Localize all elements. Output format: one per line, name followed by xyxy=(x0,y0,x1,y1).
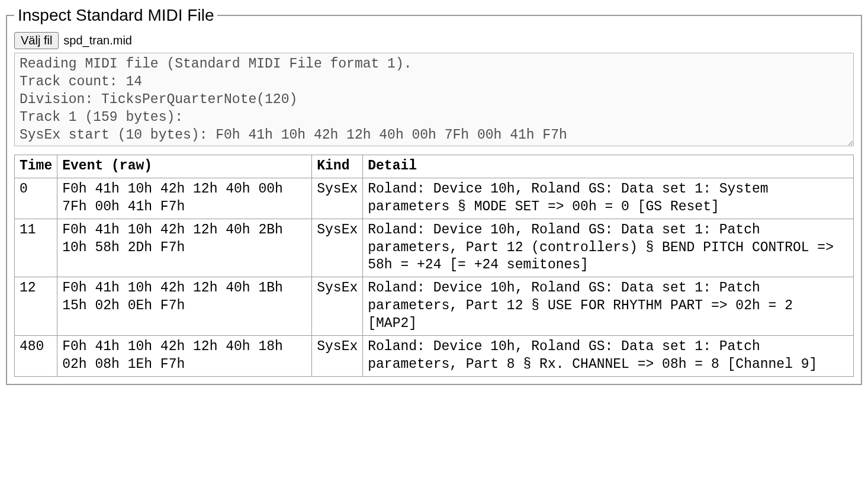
cell-kind: SysEx xyxy=(312,336,363,377)
table-row: 480F0h 41h 10h 42h 12h 40h 18h 02h 08h 1… xyxy=(15,336,854,377)
selected-file-name: spd_tran.mid xyxy=(63,34,132,47)
cell-event: F0h 41h 10h 42h 12h 40h 2Bh 10h 58h 2Dh … xyxy=(57,219,312,277)
cell-kind: SysEx xyxy=(312,219,363,277)
col-time-header: Time xyxy=(15,155,57,178)
cell-event: F0h 41h 10h 42h 12h 40h 1Bh 15h 02h 0Eh … xyxy=(57,277,312,336)
cell-detail: Roland: Device 10h, Roland GS: Data set … xyxy=(363,336,854,377)
table-header-row: Time Event (raw) Kind Detail xyxy=(15,155,854,178)
midi-inspector-fieldset: Inspect Standard MIDI File Välj fil spd_… xyxy=(6,6,862,385)
cell-event: F0h 41h 10h 42h 12h 40h 18h 02h 08h 1Eh … xyxy=(57,336,312,377)
cell-kind: SysEx xyxy=(312,277,363,336)
table-row: 12F0h 41h 10h 42h 12h 40h 1Bh 15h 02h 0E… xyxy=(15,277,854,336)
log-textarea[interactable] xyxy=(14,53,854,146)
col-kind-header: Kind xyxy=(312,155,363,178)
cell-detail: Roland: Device 10h, Roland GS: Data set … xyxy=(363,219,854,277)
cell-time: 0 xyxy=(15,178,57,219)
col-event-header: Event (raw) xyxy=(57,155,312,178)
cell-detail: Roland: Device 10h, Roland GS: Data set … xyxy=(363,178,854,219)
cell-time: 12 xyxy=(15,277,57,336)
cell-time: 11 xyxy=(15,219,57,277)
cell-time: 480 xyxy=(15,336,57,377)
choose-file-button[interactable]: Välj fil xyxy=(14,32,59,49)
events-table: Time Event (raw) Kind Detail 0F0h 41h 10… xyxy=(14,155,854,377)
cell-detail: Roland: Device 10h, Roland GS: Data set … xyxy=(363,277,854,336)
table-row: 0F0h 41h 10h 42h 12h 40h 00h 7Fh 00h 41h… xyxy=(15,178,854,219)
col-detail-header: Detail xyxy=(363,155,854,178)
file-input-row: Välj fil spd_tran.mid xyxy=(14,32,854,49)
cell-kind: SysEx xyxy=(312,178,363,219)
fieldset-legend: Inspect Standard MIDI File xyxy=(14,6,217,25)
cell-event: F0h 41h 10h 42h 12h 40h 00h 7Fh 00h 41h … xyxy=(57,178,312,219)
table-row: 11F0h 41h 10h 42h 12h 40h 2Bh 10h 58h 2D… xyxy=(15,219,854,277)
